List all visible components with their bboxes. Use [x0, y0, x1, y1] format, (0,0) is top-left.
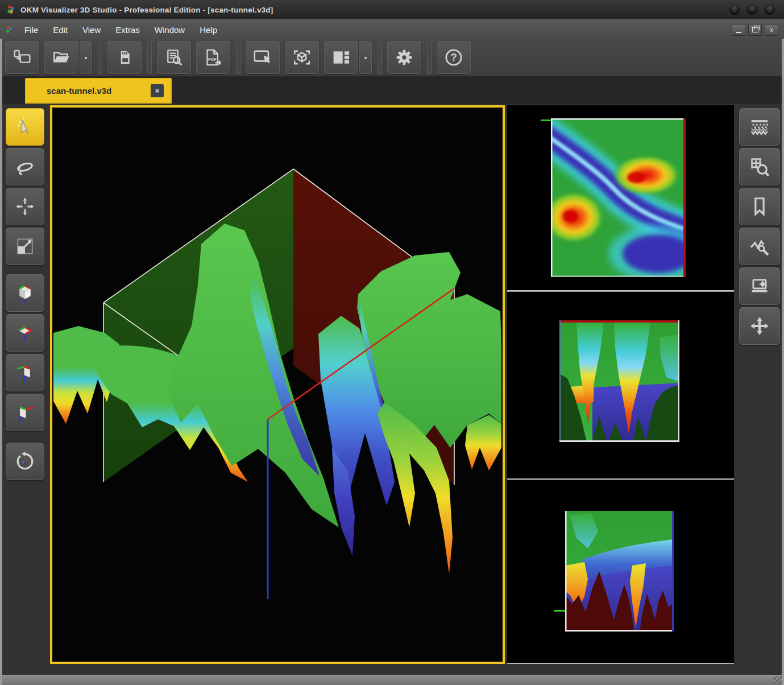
reset-rotation-button[interactable] — [6, 443, 44, 480]
open-file-dropdown[interactable]: ▾ — [80, 41, 92, 74]
app-window: OKM Visualizer 3D Studio - Professional … — [0, 0, 784, 685]
toolbar-separator — [427, 41, 432, 74]
toolbar-separator — [98, 41, 102, 74]
navigate-pan-icon — [749, 315, 770, 337]
mdi-controls: x — [732, 24, 778, 36]
report-preview-button[interactable] — [157, 41, 191, 74]
menu-extras[interactable]: Extras — [108, 22, 147, 38]
grid-zoom-icon — [749, 156, 770, 178]
view-3d-cube-icon — [15, 283, 35, 303]
layout-views-icon — [332, 48, 350, 67]
window-frame-left — [0, 39, 2, 685]
display-settings-icon — [749, 275, 770, 297]
top-view-section[interactable] — [507, 105, 734, 290]
touch-input-button[interactable] — [246, 41, 280, 74]
touch-input-icon — [253, 48, 272, 67]
window-frame-right — [782, 39, 784, 685]
tab-close-button[interactable]: × — [151, 84, 164, 97]
help-button[interactable]: ? — [437, 41, 471, 74]
bookmark-icon — [749, 196, 770, 217]
signal-tools-button[interactable] — [739, 228, 780, 265]
fit-3d-view-button[interactable] — [285, 41, 319, 74]
svg-text:PDF: PDF — [208, 57, 217, 62]
scan-3d-surface — [52, 108, 503, 662]
open-file-button[interactable] — [44, 41, 78, 74]
front-section-view[interactable] — [507, 292, 734, 478]
view-3d-cube-button[interactable] — [6, 274, 44, 312]
toolbar-separator — [147, 41, 152, 74]
pan-move-icon — [15, 196, 35, 217]
zoom-resize-button[interactable] — [6, 228, 44, 265]
rotate-3d-icon — [15, 156, 35, 177]
mdi-minimize-button[interactable] — [732, 24, 745, 36]
select-pointer-button[interactable] — [6, 108, 44, 146]
mdi-restore-button[interactable] — [748, 24, 762, 36]
view-side-icon — [15, 362, 35, 383]
document-icon — [5, 25, 14, 34]
mdi-close-button[interactable]: x — [765, 24, 778, 36]
window-close-button[interactable] — [765, 5, 775, 15]
import-scan-button[interactable] — [5, 41, 39, 74]
settings-gear-icon — [395, 48, 414, 67]
green-axis-tick — [554, 610, 565, 612]
select-pointer-icon — [15, 117, 35, 137]
grid-zoom-button[interactable] — [739, 148, 780, 185]
right-tool-panel — [739, 108, 780, 347]
bookmark-button[interactable] — [739, 188, 780, 225]
zoom-resize-icon — [15, 236, 35, 257]
green-axis-tick — [541, 119, 551, 121]
menu-view[interactable]: View — [75, 22, 108, 38]
view-front-icon — [15, 402, 35, 423]
side-view-panel — [507, 105, 734, 664]
view-top-icon — [15, 323, 35, 343]
tab-scan-tunnel[interactable]: scan-tunnel.v3d × — [25, 78, 172, 104]
toolbar-separator — [236, 41, 240, 74]
app-logo-icon — [6, 5, 16, 15]
view-top-button[interactable] — [6, 314, 44, 352]
layout-views-button[interactable] — [324, 41, 358, 74]
help-icon: ? — [444, 48, 463, 67]
rotate-3d-button[interactable] — [6, 148, 44, 185]
window-controls — [729, 5, 775, 15]
menu-edit[interactable]: Edit — [45, 22, 75, 38]
title-bar: OKM Visualizer 3D Studio - Professional … — [0, 0, 784, 19]
fit-3d-view-icon — [292, 48, 312, 67]
menu-bar: File Edit View Extras Window Help x — [0, 19, 784, 39]
pdf-export-icon: PDF — [204, 48, 223, 67]
view-side-button[interactable] — [6, 354, 44, 391]
sd-card-button[interactable] — [107, 41, 142, 74]
resize-grip[interactable] — [774, 676, 782, 684]
status-bar — [0, 675, 784, 685]
ground-scan-icon — [749, 116, 770, 138]
ground-scan-button[interactable] — [739, 108, 780, 146]
navigate-pan-button[interactable] — [739, 307, 780, 345]
tab-label: scan-tunnel.v3d — [47, 86, 111, 96]
main-3d-viewport[interactable] — [50, 105, 505, 664]
display-settings-button[interactable] — [739, 267, 780, 305]
menu-file[interactable]: File — [17, 22, 45, 38]
window-minimize-button[interactable] — [729, 5, 740, 15]
top-view-map — [551, 118, 686, 277]
window-maximize-button[interactable] — [747, 5, 757, 15]
left-tool-panel — [6, 108, 44, 482]
layout-views-dropdown[interactable]: ▾ — [359, 41, 372, 74]
side-section-view[interactable] — [507, 480, 734, 662]
view-front-button[interactable] — [6, 394, 44, 431]
workspace — [0, 104, 784, 675]
toolbar-separator — [378, 41, 382, 74]
caret-down-icon: ▾ — [364, 55, 367, 61]
settings-button[interactable] — [387, 41, 421, 74]
side-cross-section — [565, 511, 674, 632]
window-title: OKM Visualizer 3D Studio - Professional … — [20, 6, 273, 14]
svg-text:?: ? — [450, 51, 457, 63]
restore-icon — [752, 27, 758, 32]
pdf-export-button[interactable]: PDF — [196, 41, 230, 74]
menu-help[interactable]: Help — [192, 22, 225, 38]
caret-down-icon: ▾ — [84, 55, 87, 61]
menu-window[interactable]: Window — [147, 22, 192, 38]
minimize-icon — [736, 32, 741, 33]
signal-tools-icon — [749, 236, 770, 257]
pan-move-button[interactable] — [6, 188, 44, 225]
open-file-icon — [52, 48, 71, 67]
report-preview-icon — [165, 48, 183, 67]
